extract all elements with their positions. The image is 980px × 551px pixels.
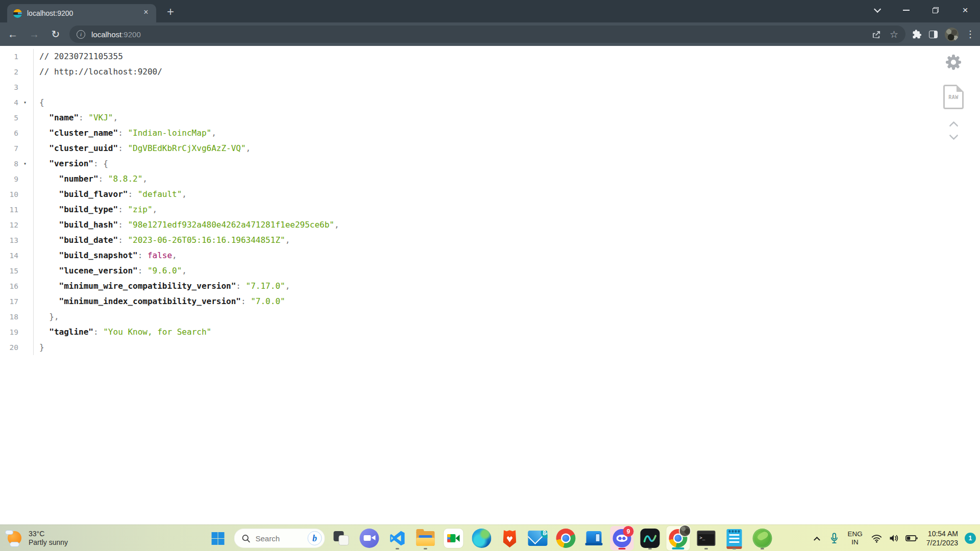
bookmark-star-icon[interactable]: ☆	[890, 29, 898, 40]
scroll-down-chevron-icon[interactable]	[949, 131, 958, 140]
hidden-icons-chevron-icon[interactable]	[814, 536, 821, 543]
language-indicator[interactable]: ENG IN	[847, 530, 862, 546]
line-number: 1	[0, 49, 18, 64]
line-number: 4	[0, 95, 18, 110]
taskbar-item-chat[interactable]	[358, 526, 381, 550]
code-line: 17 "minimum_index_compatibility_version"…	[0, 294, 980, 309]
side-panel-icon[interactable]	[929, 31, 938, 38]
task-view-icon	[334, 531, 349, 545]
reload-button[interactable]: ↻	[47, 26, 64, 43]
edge-icon	[472, 529, 492, 548]
code-line: 15 "lucene_version": "9.6.0",	[0, 263, 980, 279]
restore-button[interactable]	[921, 0, 950, 20]
fold-spacer	[18, 171, 32, 187]
code-line: 9 "number": "8.8.2",	[0, 171, 980, 187]
line-number: 11	[0, 202, 18, 217]
line-number: 14	[0, 248, 18, 263]
fold-spacer	[18, 126, 32, 141]
minimize-button[interactable]	[891, 0, 921, 20]
taskbar-item-chrome[interactable]	[554, 526, 578, 550]
taskbar-item-notepad[interactable]	[723, 526, 746, 550]
browser-toolbar: ← → ↻ i localhost:9200 ☆ ⋮	[0, 22, 980, 46]
fold-spacer	[18, 187, 32, 202]
code-text: "build_flavor": "default",	[34, 187, 187, 202]
share-icon[interactable]	[872, 30, 881, 39]
bing-chat-icon[interactable]: b	[308, 531, 322, 545]
code-line: 4▾{	[0, 95, 980, 110]
search-icon	[242, 534, 251, 543]
code-line: 12 "build_hash": "98e1271edf932a480e4262…	[0, 217, 980, 233]
notification-badge[interactable]: 1	[965, 533, 976, 544]
tab-search-chevron-icon[interactable]	[862, 0, 891, 20]
tab-strip: localhost:9200 × + ×	[0, 0, 980, 22]
code-line: 1// 20230721105355	[0, 49, 980, 64]
taskbar-item-webex[interactable]	[639, 526, 662, 550]
code-text: "build_snapshot": false,	[34, 248, 177, 263]
fold-spacer	[18, 110, 32, 126]
code-text: "cluster_name": "Indian-loincMap",	[34, 126, 216, 141]
scroll-up-chevron-icon[interactable]	[949, 121, 958, 130]
raw-view-icon[interactable]: RAW	[943, 85, 964, 109]
back-button[interactable]: ←	[4, 26, 21, 43]
code-line: 5 "name": "VKJ",	[0, 110, 980, 126]
discord-badge: 9	[623, 526, 634, 537]
fold-spacer	[18, 279, 32, 294]
line-number: 15	[0, 263, 18, 279]
code-line: 20}	[0, 340, 980, 355]
taskbar-search[interactable]: b	[234, 529, 325, 548]
code-text: "build_hash": "98e1271edf932a480e4262a47…	[34, 217, 339, 233]
code-line: 16 "minimum_wire_compatibility_version":…	[0, 279, 980, 294]
search-input[interactable]	[256, 534, 307, 543]
address-bar[interactable]: i localhost:9200 ☆	[69, 26, 905, 43]
microphone-icon[interactable]	[830, 533, 839, 544]
code-text: "tagline": "You Know, for Search"	[34, 324, 211, 340]
battery-icon[interactable]	[905, 535, 918, 542]
extensions-puzzle-icon[interactable]	[912, 29, 922, 39]
taskbar-item-chrome-active[interactable]	[667, 526, 690, 550]
browser-tab[interactable]: localhost:9200 ×	[7, 4, 156, 22]
webex-icon	[641, 529, 660, 548]
new-tab-button[interactable]: +	[163, 5, 178, 19]
weather-widget[interactable]: 33°C Partly sunny	[5, 525, 68, 551]
line-number: 20	[0, 340, 18, 355]
taskbar-item-terminal[interactable]	[695, 526, 718, 550]
code-line: 2// http://localhost:9200/	[0, 64, 980, 80]
clock[interactable]: 10:54 AM 7/21/2023	[926, 529, 958, 547]
window-controls: ×	[862, 0, 980, 20]
taskbar-item-mail[interactable]: 84	[526, 526, 550, 550]
taskbar-item-spring[interactable]	[751, 526, 774, 550]
gear-icon[interactable]	[944, 53, 963, 73]
wifi-icon[interactable]	[871, 534, 882, 543]
code-line: 18 },	[0, 309, 980, 324]
taskbar-item-meet[interactable]	[442, 526, 465, 550]
notepad-icon	[727, 529, 742, 547]
spring-icon	[753, 529, 772, 548]
url-text[interactable]: localhost:9200	[91, 30, 872, 39]
toolbar-actions: ⋮	[912, 28, 975, 41]
fold-toggle-icon[interactable]: ▾	[18, 95, 32, 110]
taskbar-item-edge[interactable]	[470, 526, 494, 550]
google-meet-icon	[444, 529, 463, 548]
forward-button[interactable]: →	[26, 26, 43, 43]
close-window-button[interactable]: ×	[950, 0, 980, 20]
line-number: 16	[0, 279, 18, 294]
taskbar-item-phone-link[interactable]	[582, 526, 606, 550]
browser-menu-icon[interactable]: ⋮	[966, 29, 975, 40]
volume-icon[interactable]	[889, 534, 899, 543]
site-info-icon[interactable]: i	[77, 30, 85, 39]
taskbar-item-discord[interactable]: 9	[610, 526, 634, 550]
tab-close-icon[interactable]: ×	[141, 8, 151, 18]
code-text: "minimum_wire_compatibility_version": "7…	[34, 279, 290, 294]
elasticsearch-favicon-icon	[13, 9, 22, 18]
line-number: 10	[0, 187, 18, 202]
taskbar-item-explorer[interactable]	[414, 526, 437, 550]
fold-toggle-icon[interactable]: ▾	[18, 156, 32, 171]
taskbar-item-vscode[interactable]	[386, 526, 409, 550]
code-text: "name": "VKJ",	[34, 110, 118, 126]
code-line: 11 "build_type": "zip",	[0, 202, 980, 217]
profile-avatar[interactable]	[945, 28, 959, 41]
chat-video-icon	[360, 529, 379, 548]
task-view-button[interactable]	[330, 526, 353, 550]
start-button[interactable]	[206, 526, 230, 550]
taskbar-item-brave[interactable]	[498, 526, 522, 550]
